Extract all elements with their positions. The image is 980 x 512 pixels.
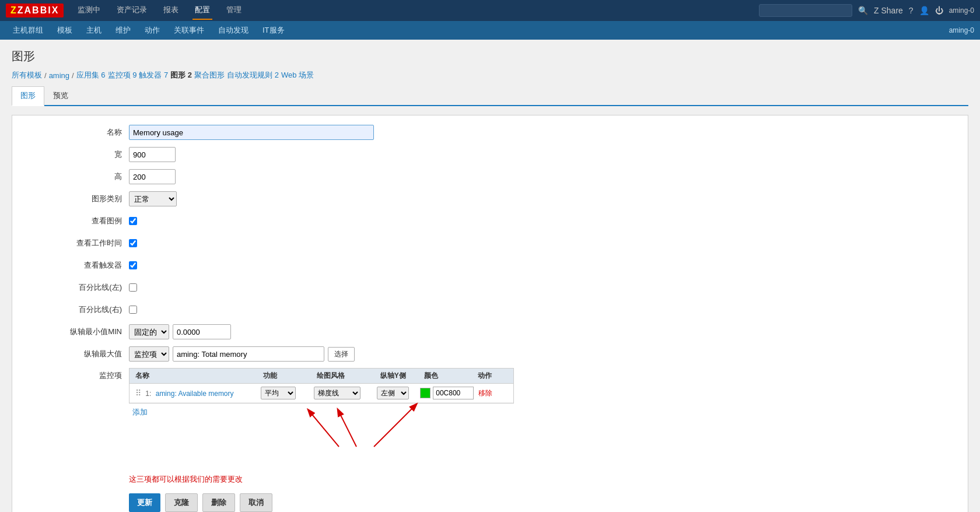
action-buttons: 更新 克隆 删除 取消 <box>129 493 956 512</box>
ymax-row: 纵轴最大值 固定的 计算的 监控项 选择 <box>24 346 956 362</box>
ymax-value-input[interactable] <box>173 346 324 362</box>
height-input[interactable] <box>129 169 176 184</box>
logo[interactable]: ZZABBIX <box>6 3 64 17</box>
show-work-period-checkbox[interactable] <box>129 239 137 247</box>
logo-text: ZABBIX <box>18 5 60 15</box>
add-metric-link[interactable]: 添加 <box>132 407 148 418</box>
delete-button[interactable]: 删除 <box>202 493 235 512</box>
show-triggers-label: 查看触发器 <box>24 260 129 271</box>
show-legend-row: 查看图例 <box>24 213 956 229</box>
col-header-style: 绘图风格 <box>314 371 378 381</box>
nav-item-monitor[interactable]: 监测中 <box>75 1 103 20</box>
show-legend-label: 查看图例 <box>24 216 129 226</box>
breadcrumb: 所有模板 / aming / 应用集 6 监控项 9 触发器 7 图形 2 聚合… <box>12 70 968 80</box>
subnav-host-groups[interactable]: 主机群组 <box>6 22 50 39</box>
metric-row-name: ⠿ 1: aming: Available memory <box>133 388 258 398</box>
svg-line-3 <box>374 406 415 447</box>
col-header-yaxis: 纵轴Y侧 <box>378 371 422 381</box>
ymin-value-input[interactable] <box>173 324 231 339</box>
tab-graph[interactable]: 图形 <box>12 86 44 106</box>
svg-line-1 <box>310 412 339 447</box>
subnav-templates[interactable]: 模板 <box>50 22 79 39</box>
show-work-period-row: 查看工作时间 <box>24 235 956 251</box>
subnav-maintenance[interactable]: 维护 <box>108 22 138 39</box>
breadcrumb-sep-1: / <box>72 71 74 80</box>
top-right-user: aming-0 <box>949 26 974 34</box>
subnav-it-services[interactable]: IT服务 <box>256 22 292 39</box>
tab-preview[interactable]: 预览 <box>44 86 77 105</box>
power-icon[interactable]: ⏻ <box>935 6 943 15</box>
user-icon[interactable]: 👤 <box>919 6 929 15</box>
graph-type-select[interactable]: 正常 堆叠 饼图 分解饼图 <box>129 191 177 206</box>
clone-button[interactable]: 克隆 <box>165 493 198 512</box>
logo-z: Z <box>10 5 18 15</box>
ymax-type-select[interactable]: 固定的 计算的 监控项 <box>129 346 169 362</box>
help-icon[interactable]: ? <box>909 6 914 15</box>
show-work-period-label: 查看工作时间 <box>24 238 129 248</box>
update-button[interactable]: 更新 <box>129 493 160 512</box>
subnav-event-corr[interactable]: 关联事件 <box>167 22 211 39</box>
breadcrumb-discovery-rules[interactable]: 自动发现规则 2 <box>227 70 279 80</box>
nav-item-assets[interactable]: 资产记录 <box>114 1 149 20</box>
username-label: aming-0 <box>949 6 974 15</box>
subnav-actions[interactable]: 动作 <box>138 22 167 39</box>
width-input[interactable] <box>129 147 176 162</box>
col-header-action: 动作 <box>475 371 510 381</box>
metrics-table-header: 名称 功能 绘图风格 纵轴Y侧 颜色 动作 <box>130 369 513 384</box>
svg-line-2 <box>339 412 356 447</box>
show-triggers-row: 查看触发器 <box>24 257 956 273</box>
breadcrumb-aggregate[interactable]: 聚合图形 <box>194 70 225 80</box>
breadcrumb-graphs[interactable]: 图形 2 <box>170 70 192 80</box>
show-legend-checkbox[interactable] <box>129 217 137 225</box>
breadcrumb-aming[interactable]: aming <box>49 71 69 80</box>
breadcrumb-all-templates[interactable]: 所有模板 <box>12 70 42 80</box>
metrics-label: 监控项 <box>24 368 129 381</box>
nav-item-config[interactable]: 配置 <box>192 1 212 20</box>
breadcrumb-appsets[interactable]: 应用集 6 <box>76 70 106 80</box>
ymin-type-select[interactable]: 固定的 计算的 监控项 <box>129 324 169 339</box>
annotation-container: 这三项都可以根据我们的需要更改 <box>129 423 956 488</box>
col-header-color: 颜色 <box>422 371 475 381</box>
percent-left-checkbox[interactable] <box>129 283 137 292</box>
width-row: 宽 <box>24 146 956 163</box>
ymin-label: 纵轴最小值MIN <box>24 327 129 337</box>
search-icon[interactable]: 🔍 <box>858 6 868 15</box>
function-select[interactable]: 最小 平均 最大 <box>261 387 296 399</box>
breadcrumb-triggers[interactable]: 触发器 7 <box>139 70 168 80</box>
col-header-func: 功能 <box>261 371 314 381</box>
tabs: 图形 预览 <box>12 86 968 106</box>
ymax-select-button[interactable]: 选择 <box>328 347 355 362</box>
metric-name-link[interactable]: aming: Available memory <box>156 390 234 398</box>
row-number: 1: <box>145 390 151 398</box>
top-navbar: ZZABBIX 监测中 资产记录 报表 配置 管理 🔍 Z Share ? 👤 … <box>0 0 980 21</box>
breadcrumb-monitors[interactable]: 监控项 9 <box>108 70 137 80</box>
col-header-name: 名称 <box>133 371 261 381</box>
subnav-hosts[interactable]: 主机 <box>79 22 108 39</box>
name-input[interactable] <box>129 125 374 140</box>
top-nav-right: 🔍 Z Share ? 👤 ⏻ aming-0 <box>759 4 974 17</box>
share-icon[interactable]: Z Share <box>874 6 903 15</box>
nav-item-admin[interactable]: 管理 <box>224 1 244 20</box>
name-label: 名称 <box>24 127 129 138</box>
page-container: 图形 所有模板 / aming / 应用集 6 监控项 9 触发器 7 图形 2… <box>0 40 980 512</box>
height-row: 高 <box>24 169 956 185</box>
ymax-label: 纵轴最大值 <box>24 349 129 359</box>
height-label: 高 <box>24 171 129 182</box>
percent-right-checkbox[interactable] <box>129 306 137 314</box>
graph-type-label: 图形类别 <box>24 194 129 204</box>
form-card: 名称 宽 高 图形类别 正常 堆叠 饼图 分解饼图 查看图例 <box>12 115 968 512</box>
top-nav-items: 监测中 资产记录 报表 配置 管理 <box>75 1 244 20</box>
show-triggers-checkbox[interactable] <box>129 261 137 269</box>
search-input[interactable] <box>759 4 852 17</box>
breadcrumb-web-scenarios[interactable]: Web 场景 <box>281 70 314 80</box>
subnav-discovery[interactable]: 自动发现 <box>211 22 256 39</box>
ymin-row: 纵轴最小值MIN 固定的 计算的 监控项 <box>24 324 956 340</box>
page-title: 图形 <box>12 48 968 64</box>
cancel-button[interactable]: 取消 <box>240 493 272 512</box>
breadcrumb-sep-0: / <box>44 71 47 80</box>
percent-left-row: 百分比线(左) <box>24 279 956 296</box>
drag-handle-icon[interactable]: ⠿ <box>135 388 141 398</box>
graph-type-row: 图形类别 正常 堆叠 饼图 分解饼图 <box>24 191 956 207</box>
annotation-text: 这三项都可以根据我们的需要更改 <box>129 474 243 485</box>
nav-item-reports[interactable]: 报表 <box>161 1 181 20</box>
